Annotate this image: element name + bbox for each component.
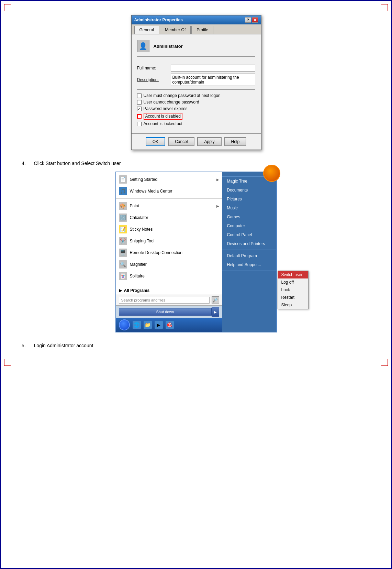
shutdown-arrow-button[interactable]: ▶ [212, 307, 219, 317]
power-popup: Switch user Log off Lock Restart Sleep [278, 271, 309, 309]
apply-button[interactable]: Apply [197, 137, 221, 146]
taskbar-app-icon[interactable]: 🎯 [166, 321, 174, 329]
tab-member-of[interactable]: Member Of [160, 26, 191, 34]
menu-item-solitaire-label: Solitaire [130, 274, 219, 278]
menu-item-paint[interactable]: 🎨 Paint ▶ [116, 200, 222, 212]
menu-item-snipping-tool-label: Snipping Tool [130, 239, 219, 243]
menu-divider2 [116, 285, 222, 285]
right-item-help[interactable]: Help and Suppor... [222, 260, 276, 269]
menu-item-sticky-notes[interactable]: 📝 Sticky Notes [116, 223, 222, 235]
description-label: Description: [137, 77, 168, 82]
separator2 [137, 89, 255, 90]
power-popup-lock[interactable]: Lock [278, 286, 308, 294]
help-dialog-button[interactable]: Help [224, 137, 247, 146]
right-item-music[interactable]: Music [222, 204, 276, 212]
checkbox-cannot-change: User cannot change password [137, 100, 255, 105]
snipping-tool-icon: ✂️ [119, 237, 127, 245]
paint-icon: 🎨 [119, 202, 127, 210]
checkbox-must-change: User must change password at next logon [137, 93, 255, 98]
right-item-control-panel[interactable]: Control Panel [222, 230, 276, 239]
calculator-icon: 🔢 [119, 214, 127, 222]
right-item-pictures[interactable]: Pictures [222, 195, 276, 204]
step4-label: Click Start button and Select Switch use… [34, 161, 121, 166]
cb-never-expires[interactable] [137, 107, 142, 111]
menu-item-snipping-tool[interactable]: ✂️ Snipping Tool [116, 235, 222, 247]
step5-label: Login Administrator account [34, 343, 93, 348]
menu-divider1 [116, 198, 222, 199]
admin-properties-dialog: Administrator Properties ? ✕ General Mem… [131, 15, 261, 150]
step5-number: 5. [22, 343, 26, 348]
cancel-button[interactable]: Cancel [168, 137, 194, 146]
tab-general[interactable]: General [134, 26, 159, 34]
checkbox-locked-out: Account is locked out [137, 121, 255, 126]
menu-item-calculator-label: Calculator [130, 215, 219, 220]
right-panel-divider [222, 250, 276, 250]
close-button[interactable]: ✕ [252, 17, 258, 23]
user-avatar: 👤 [137, 40, 149, 52]
right-item-computer[interactable]: Computer [222, 221, 276, 230]
magnifier-icon: 🔍 [119, 260, 127, 269]
start-menu-panel: 📄 Getting Started ▶ 🎵 Windows Media Cent… [115, 172, 277, 332]
windows-orb-decoration [263, 165, 280, 182]
getting-started-arrow: ▶ [216, 178, 219, 182]
power-popup-restart[interactable]: Restart [278, 294, 308, 301]
menu-item-solitaire[interactable]: 🃏 Solitaire [116, 270, 222, 282]
solitaire-icon: 🃏 [119, 272, 127, 280]
cb-must-change-label: User must change password at next logon [144, 93, 221, 98]
menu-item-getting-started-label: Getting Started [130, 177, 214, 182]
checkbox-never-expires: Password never expires [137, 106, 255, 111]
tab-profile[interactable]: Profile [191, 26, 213, 34]
power-popup-switch-user[interactable]: Switch user [278, 271, 308, 278]
checkbox-account-disabled: Account is disabled [137, 113, 255, 120]
menu-item-remote-desktop[interactable]: 🖥️ Remote Desktop Connection [116, 247, 222, 259]
menu-item-media-center-label: Windows Media Center [130, 189, 219, 194]
step5-row: 5. Login Administrator account [22, 343, 370, 348]
dialog-body: 👤 Administrator Full name: Description: … [132, 34, 261, 133]
search-bar: 🔎 [116, 295, 222, 305]
full-name-label: Full name: [137, 66, 168, 70]
remote-desktop-icon: 🖥️ [119, 249, 127, 257]
media-center-icon: 🎵 [119, 187, 127, 195]
taskbar-start-orb[interactable] [119, 319, 130, 330]
dialog-titlebar: Administrator Properties ? ✕ [132, 15, 261, 24]
sticky-notes-icon: 📝 [119, 225, 127, 233]
menu-item-media-center[interactable]: 🎵 Windows Media Center [116, 185, 222, 197]
dialog-footer: OK Cancel Apply Help [132, 133, 261, 150]
menu-item-calculator[interactable]: 🔢 Calculator [116, 212, 222, 223]
start-menu-container: 📄 Getting Started ▶ 🎵 Windows Media Cent… [22, 172, 370, 332]
page-container: Administrator Properties ? ✕ General Mem… [1, 1, 391, 369]
start-menu-screenshot: 📄 Getting Started ▶ 🎵 Windows Media Cent… [115, 172, 277, 332]
right-item-documents[interactable]: Documents [222, 186, 276, 195]
full-name-row: Full name: [137, 65, 255, 72]
right-item-default-programs[interactable]: Default Program [222, 251, 276, 260]
corner-decoration-tr [381, 4, 388, 11]
dialog-container: Administrator Properties ? ✕ General Mem… [22, 15, 370, 150]
cb-must-change[interactable] [137, 94, 142, 98]
cb-account-disabled[interactable] [137, 114, 142, 119]
taskbar-media-icon[interactable]: ▶ [155, 321, 163, 329]
description-row: Description: Built-in account for admini… [137, 74, 255, 86]
user-header: 👤 Administrator [137, 40, 255, 57]
power-popup-logoff[interactable]: Log off [278, 278, 308, 286]
menu-item-getting-started[interactable]: 📄 Getting Started ▶ [116, 174, 222, 185]
menu-item-magnifier[interactable]: 🔍 Magnifier [116, 259, 222, 270]
all-programs-item[interactable]: ▶ All Programs [116, 286, 222, 295]
shutdown-button[interactable]: Shut down [119, 308, 212, 316]
taskbar-ie-icon[interactable]: 🌐 [133, 321, 141, 329]
search-input[interactable] [119, 297, 210, 304]
menu-item-magnifier-label: Magnifier [130, 262, 219, 267]
getting-started-icon: 📄 [119, 175, 127, 184]
full-name-input[interactable] [171, 65, 255, 72]
help-button[interactable]: ? [245, 17, 251, 23]
menu-item-paint-label: Paint [130, 204, 214, 208]
cb-locked-out[interactable] [137, 122, 142, 126]
ok-button[interactable]: OK [146, 137, 165, 146]
right-item-games[interactable]: Games [222, 212, 276, 221]
taskbar-folder-icon[interactable]: 📁 [144, 321, 152, 329]
description-input[interactable]: Built-in account for administering the c… [171, 74, 255, 86]
cb-cannot-change[interactable] [137, 100, 142, 105]
step4-number: 4. [22, 161, 26, 166]
power-popup-sleep[interactable]: Sleep [278, 301, 308, 309]
search-button[interactable]: 🔎 [212, 296, 219, 304]
right-item-devices[interactable]: Devices and Printers [222, 239, 276, 248]
